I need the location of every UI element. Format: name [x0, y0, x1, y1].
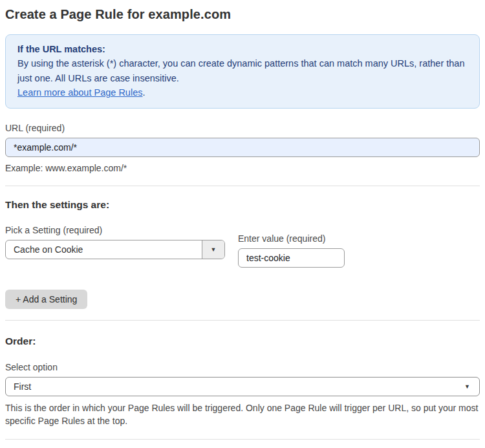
setting-value-input[interactable] [238, 248, 345, 268]
divider-after-settings [5, 320, 480, 321]
setting-dropdown[interactable]: Cache on Cookie ▼ [5, 240, 225, 259]
chevron-down-icon: ▼ [464, 383, 470, 390]
url-match-info-box: If the URL matches: By using the asteris… [5, 34, 480, 109]
url-field-label: URL (required) [5, 123, 480, 133]
settings-row: Pick a Setting (required) Cache on Cooki… [5, 225, 480, 268]
order-select[interactable]: First ▼ [5, 377, 480, 396]
add-setting-button[interactable]: + Add a Setting [5, 290, 87, 309]
url-input[interactable] [5, 138, 480, 157]
learn-more-link[interactable]: Learn more about Page Rules [17, 87, 142, 98]
setting-value-label: Enter value (required) [238, 233, 345, 244]
chevron-down-icon[interactable]: ▼ [202, 240, 224, 259]
info-box-heading: If the URL matches: [17, 42, 468, 56]
setting-picker-label: Pick a Setting (required) [5, 225, 225, 235]
page-title: Create a Page Rule for example.com [5, 7, 480, 22]
info-box-body: By using the asterisk (*) character, you… [17, 56, 468, 85]
url-field-helper: Example: www.example.com/* [5, 162, 480, 175]
setting-dropdown-value: Cache on Cookie [6, 240, 202, 259]
order-helper-text: This is the order in which your Page Rul… [5, 401, 480, 428]
divider-after-url [5, 186, 480, 186]
divider-before-footer [5, 439, 480, 440]
settings-heading: Then the settings are: [5, 199, 480, 211]
order-select-label: Select option [5, 362, 480, 372]
link-suffix: . [142, 87, 145, 98]
order-heading: Order: [5, 336, 480, 347]
info-box-link-line: Learn more about Page Rules. [17, 85, 468, 100]
setting-value-column: Enter value (required) [238, 233, 345, 268]
order-select-value: First [14, 381, 31, 392]
setting-picker-column: Pick a Setting (required) Cache on Cooki… [5, 225, 225, 259]
page-rule-form: Create a Page Rule for example.com If th… [0, 0, 485, 448]
